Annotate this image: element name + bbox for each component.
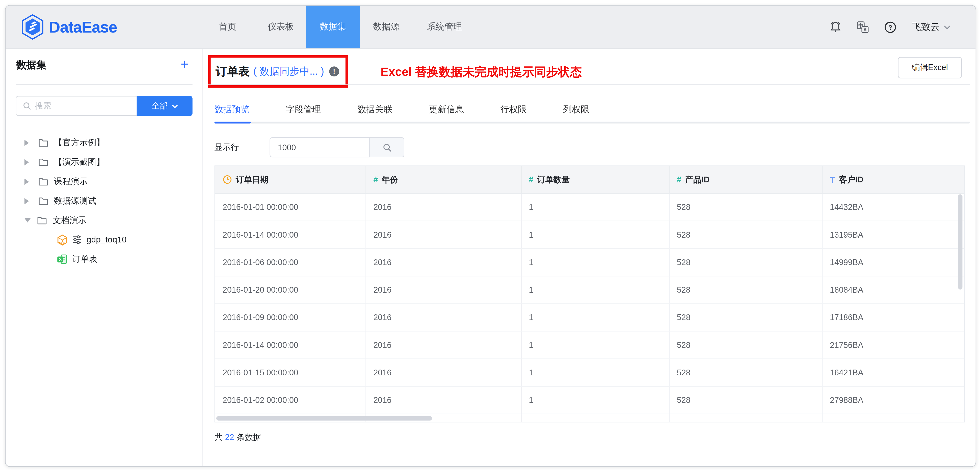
display-rows-label: 显示行 xyxy=(215,141,239,153)
display-rows-input[interactable]: 1000 xyxy=(270,137,370,157)
screen: DataEase 首页 仪表板 数据集 数据源 系统管理 xyxy=(0,0,980,472)
svg-text:X: X xyxy=(59,257,62,262)
table-cell: 528 xyxy=(669,276,822,304)
sidebar-folder-document-demo[interactable]: 文档演示 xyxy=(6,211,202,230)
table-row: 2016-01-14 00:00:002016152821756BA xyxy=(215,331,964,359)
table-cell: 2016-01-15 00:00:00 xyxy=(215,359,366,386)
dataset-sidebar: 数据集 + 搜索 全部 xyxy=(6,49,203,466)
table-row: 2016-01-09 00:00:002016152817186BA xyxy=(215,304,964,331)
tab-update-info[interactable]: 更新信息 xyxy=(429,104,464,115)
table-row: 2016-01-20 00:00:002016152818084BA xyxy=(215,276,964,304)
caret-right-icon[interactable] xyxy=(24,159,32,165)
table-cell: 2016-01-01 00:00:00 xyxy=(215,193,366,221)
main-nav-menu: 首页 仪表板 数据集 数据源 系统管理 xyxy=(219,6,462,48)
folder-label: 【官方示例】 xyxy=(54,137,105,148)
column-header-product-id: # 产品ID xyxy=(669,166,822,193)
logo-text: DataEase xyxy=(49,18,117,36)
table-cell xyxy=(822,414,964,422)
horizontal-scrollbar-thumb[interactable] xyxy=(216,416,432,421)
sync-info-icon[interactable]: ! xyxy=(329,66,339,76)
tab-column-permission[interactable]: 列权限 xyxy=(563,104,589,115)
table-cell: 2016 xyxy=(366,276,521,304)
nav-item-dashboard[interactable]: 仪表板 xyxy=(268,6,294,48)
table-cell: 1 xyxy=(521,193,669,221)
navbar-right-cluster: 中 A ? 飞致云 xyxy=(829,6,950,48)
folder-icon xyxy=(38,197,48,205)
table-row: 2016-01-15 00:00:002016152816421BA xyxy=(215,359,964,386)
sidebar-folder-datasource-test[interactable]: 数据源测试 xyxy=(6,191,202,211)
time-field-icon xyxy=(223,175,232,184)
tab-field-management[interactable]: 字段管理 xyxy=(286,104,321,115)
table-cell: 2016-01-14 00:00:00 xyxy=(215,221,366,248)
annotation-red-box: 订单表 ( 数据同步中... ) ! xyxy=(208,55,348,88)
search-icon xyxy=(22,102,31,110)
table-cell: 2016-01-06 00:00:00 xyxy=(215,248,366,276)
svg-text:?: ? xyxy=(888,23,892,31)
table-cell: 1 xyxy=(521,248,669,276)
sidebar-search-row: 搜索 全部 xyxy=(16,96,192,116)
sidebar-folder-demo-screenshots[interactable]: 【演示截图】 xyxy=(6,153,202,172)
table-row: 2016-01-02 00:00:002016152827988BA xyxy=(215,386,964,414)
table-cell: 16421BA xyxy=(822,359,964,386)
table-cell: 18084BA xyxy=(822,276,964,304)
table-cell: 2016-01-02 00:00:00 xyxy=(215,386,366,414)
table-cell: 27988BA xyxy=(822,386,964,414)
column-header-order-date: 订单日期 xyxy=(215,166,366,193)
sidebar-dataset-gdp-toq10[interactable]: SQL gdp_toq10 xyxy=(6,230,202,250)
folder-icon xyxy=(38,158,48,167)
table-cell: 14432BA xyxy=(822,193,964,221)
search-placeholder: 搜索 xyxy=(35,100,51,111)
column-header-customer-id: T 客户ID xyxy=(822,166,964,193)
active-tab-indicator xyxy=(215,122,251,123)
table-cell: 2016 xyxy=(366,359,521,386)
table-cell: 1 xyxy=(521,359,669,386)
table-cell: 1 xyxy=(521,386,669,414)
sidebar-folder-course-demo[interactable]: 课程演示 xyxy=(6,172,202,191)
add-dataset-button[interactable]: + xyxy=(181,57,189,73)
column-header-year: # 年份 xyxy=(366,166,521,193)
filter-all-button[interactable]: 全部 xyxy=(137,96,192,116)
caret-right-icon[interactable] xyxy=(24,198,32,204)
language-translate-icon[interactable]: 中 A xyxy=(857,21,869,33)
nav-item-datasource[interactable]: 数据源 xyxy=(373,6,399,48)
column-label: 订单数量 xyxy=(537,174,570,185)
table-cell: 1 xyxy=(521,331,669,359)
column-header-order-quantity: # 订单数量 xyxy=(521,166,669,193)
header-divider xyxy=(208,84,970,84)
search-input[interactable]: 搜索 xyxy=(16,96,137,116)
caret-down-icon[interactable] xyxy=(24,218,31,226)
apply-rows-button[interactable] xyxy=(370,137,404,157)
count-value: 22 xyxy=(225,432,234,442)
count-prefix: 共 xyxy=(215,432,223,442)
edit-excel-button[interactable]: 编辑Excel xyxy=(898,57,962,78)
sql-dataset-icon: SQL xyxy=(57,234,68,245)
app-body: 数据集 + 搜索 全部 xyxy=(6,49,975,466)
table-cell: 17186BA xyxy=(822,304,964,331)
table-cell: 2016-01-09 00:00:00 xyxy=(215,304,366,331)
column-label: 客户ID xyxy=(839,174,864,185)
user-menu[interactable]: 飞致云 xyxy=(912,21,950,33)
tab-data-preview[interactable]: 数据预览 xyxy=(215,104,250,115)
sidebar-divider xyxy=(16,84,192,84)
nav-item-home[interactable]: 首页 xyxy=(219,6,237,48)
notification-bell-icon[interactable] xyxy=(829,21,842,33)
tab-data-association[interactable]: 数据关联 xyxy=(357,104,393,115)
table-cell: 2016 xyxy=(366,304,521,331)
table-cell: 2016 xyxy=(366,331,521,359)
help-icon[interactable]: ? xyxy=(884,21,897,33)
nav-item-system-management[interactable]: 系统管理 xyxy=(427,6,462,48)
tab-row-permission[interactable]: 行权限 xyxy=(500,104,527,115)
svg-text:A: A xyxy=(864,27,867,32)
table-cell: 1 xyxy=(521,304,669,331)
sidebar-folder-official-examples[interactable]: 【官方示例】 xyxy=(6,133,202,153)
dataset-label: 订单表 xyxy=(72,254,98,265)
nav-item-dataset[interactable]: 数据集 xyxy=(306,6,360,48)
caret-right-icon[interactable] xyxy=(24,140,32,146)
sidebar-dataset-order-table[interactable]: X 订单表 xyxy=(6,250,202,269)
chevron-down-icon xyxy=(943,25,950,29)
vertical-scrollbar-thumb[interactable] xyxy=(958,194,963,289)
folder-label: 文档演示 xyxy=(53,215,87,226)
caret-right-icon[interactable] xyxy=(24,178,32,185)
table-cell: 2016 xyxy=(366,386,521,414)
dataease-logo[interactable]: DataEase xyxy=(21,14,117,40)
